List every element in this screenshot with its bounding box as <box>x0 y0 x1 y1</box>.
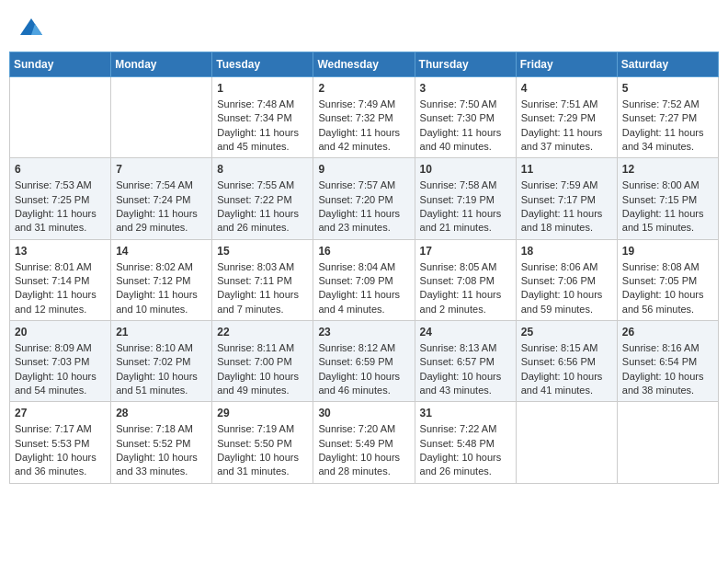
day-info: Daylight: 11 hours and 2 minutes. <box>420 289 502 314</box>
day-cell <box>111 77 212 158</box>
day-info: Sunset: 7:29 PM <box>521 112 596 123</box>
day-info: Sunrise: 7:49 AM <box>318 98 395 109</box>
day-info: Sunrise: 8:04 AM <box>318 261 395 272</box>
day-info: Sunrise: 7:48 AM <box>217 98 294 109</box>
day-info: Sunrise: 8:16 AM <box>622 342 700 353</box>
week-row-2: 6Sunrise: 7:53 AMSunset: 7:25 PMDaylight… <box>10 158 719 239</box>
day-info: Sunset: 6:59 PM <box>318 356 392 367</box>
day-info: Sunrise: 7:51 AM <box>521 98 598 109</box>
day-cell: 24Sunrise: 8:13 AMSunset: 6:57 PMDayligh… <box>415 321 516 402</box>
day-number: 13 <box>15 244 106 259</box>
day-info: Daylight: 10 hours and 31 minutes. <box>217 452 299 477</box>
day-number: 9 <box>318 162 409 178</box>
day-number: 10 <box>420 162 511 178</box>
day-cell: 26Sunrise: 8:16 AMSunset: 6:54 PMDayligh… <box>617 321 718 402</box>
day-cell: 30Sunrise: 7:20 AMSunset: 5:49 PMDayligh… <box>313 402 415 483</box>
day-info: Sunset: 6:57 PM <box>420 356 495 367</box>
day-info: Daylight: 10 hours and 51 minutes. <box>116 371 198 396</box>
day-info: Sunrise: 8:13 AM <box>420 342 497 353</box>
day-info: Sunrise: 8:02 AM <box>116 261 193 272</box>
day-info: Sunrise: 7:59 AM <box>521 179 598 190</box>
day-info: Daylight: 10 hours and 59 minutes. <box>521 289 603 314</box>
day-info: Sunrise: 7:22 AM <box>420 423 497 434</box>
day-cell: 15Sunrise: 8:03 AMSunset: 7:11 PMDayligh… <box>212 239 313 320</box>
page-header <box>9 9 719 46</box>
day-number: 27 <box>15 406 106 421</box>
day-info: Daylight: 10 hours and 33 minutes. <box>116 452 198 477</box>
day-cell: 4Sunrise: 7:51 AMSunset: 7:29 PMDaylight… <box>516 77 617 158</box>
day-info: Sunrise: 8:03 AM <box>217 261 294 272</box>
day-cell: 28Sunrise: 7:18 AMSunset: 5:52 PMDayligh… <box>111 402 212 483</box>
day-number: 25 <box>521 325 612 340</box>
day-cell: 17Sunrise: 8:05 AMSunset: 7:08 PMDayligh… <box>415 239 516 320</box>
day-info: Sunset: 7:27 PM <box>622 112 697 123</box>
header-row: SundayMondayTuesdayWednesdayThursdayFrid… <box>10 52 719 77</box>
day-info: Sunrise: 7:54 AM <box>116 179 193 190</box>
logo-icon <box>18 17 44 42</box>
day-info: Sunset: 7:15 PM <box>622 194 697 205</box>
day-info: Sunset: 7:14 PM <box>15 275 89 286</box>
day-cell: 13Sunrise: 8:01 AMSunset: 7:14 PMDayligh… <box>10 239 111 320</box>
day-info: Sunrise: 7:19 AM <box>217 423 294 434</box>
week-row-4: 20Sunrise: 8:09 AMSunset: 7:03 PMDayligh… <box>10 321 719 402</box>
day-info: Daylight: 11 hours and 21 minutes. <box>420 208 502 233</box>
day-cell: 5Sunrise: 7:52 AMSunset: 7:27 PMDaylight… <box>617 77 718 158</box>
day-info: Sunset: 7:00 PM <box>217 356 291 367</box>
day-info: Sunrise: 7:20 AM <box>318 423 395 434</box>
header-tuesday: Tuesday <box>212 52 313 77</box>
day-cell <box>617 402 718 483</box>
day-info: Sunrise: 7:17 AM <box>15 423 92 434</box>
day-cell <box>10 77 111 158</box>
day-cell <box>516 402 617 483</box>
day-info: Sunrise: 8:01 AM <box>15 261 92 272</box>
day-info: Daylight: 10 hours and 38 minutes. <box>622 371 704 396</box>
week-row-1: 1Sunrise: 7:48 AMSunset: 7:34 PMDaylight… <box>10 77 719 158</box>
calendar-body: 1Sunrise: 7:48 AMSunset: 7:34 PMDaylight… <box>10 77 719 484</box>
day-cell: 29Sunrise: 7:19 AMSunset: 5:50 PMDayligh… <box>212 402 313 483</box>
day-info: Sunrise: 8:05 AM <box>420 261 497 272</box>
day-info: Daylight: 11 hours and 23 minutes. <box>318 208 400 233</box>
day-cell: 21Sunrise: 8:10 AMSunset: 7:02 PMDayligh… <box>111 321 212 402</box>
day-info: Sunrise: 7:58 AM <box>420 179 497 190</box>
day-number: 21 <box>116 325 207 340</box>
day-info: Sunrise: 7:55 AM <box>217 179 294 190</box>
calendar-header: SundayMondayTuesdayWednesdayThursdayFrid… <box>10 52 719 77</box>
day-number: 18 <box>521 244 612 259</box>
day-number: 7 <box>116 162 207 178</box>
day-cell: 20Sunrise: 8:09 AMSunset: 7:03 PMDayligh… <box>10 321 111 402</box>
day-info: Daylight: 11 hours and 26 minutes. <box>217 208 299 233</box>
day-cell: 27Sunrise: 7:17 AMSunset: 5:53 PMDayligh… <box>10 402 111 483</box>
day-number: 19 <box>622 244 713 259</box>
day-number: 4 <box>521 81 612 97</box>
day-info: Daylight: 10 hours and 43 minutes. <box>420 371 502 396</box>
day-info: Daylight: 10 hours and 56 minutes. <box>622 289 704 314</box>
day-number: 23 <box>318 325 409 340</box>
day-info: Daylight: 10 hours and 28 minutes. <box>318 452 400 477</box>
day-cell: 8Sunrise: 7:55 AMSunset: 7:22 PMDaylight… <box>212 158 313 239</box>
day-cell: 11Sunrise: 7:59 AMSunset: 7:17 PMDayligh… <box>516 158 617 239</box>
day-info: Sunset: 7:30 PM <box>420 112 495 123</box>
day-info: Sunset: 7:34 PM <box>217 112 291 123</box>
day-number: 17 <box>420 244 511 259</box>
day-info: Daylight: 11 hours and 10 minutes. <box>116 289 198 314</box>
day-info: Daylight: 11 hours and 29 minutes. <box>116 208 198 233</box>
day-cell: 2Sunrise: 7:49 AMSunset: 7:32 PMDaylight… <box>313 77 415 158</box>
day-info: Sunrise: 8:10 AM <box>116 342 193 353</box>
day-info: Sunset: 7:24 PM <box>116 194 190 205</box>
day-info: Sunset: 7:22 PM <box>217 194 291 205</box>
day-cell: 23Sunrise: 8:12 AMSunset: 6:59 PMDayligh… <box>313 321 415 402</box>
day-info: Daylight: 10 hours and 54 minutes. <box>15 371 97 396</box>
day-number: 26 <box>622 325 713 340</box>
header-saturday: Saturday <box>617 52 718 77</box>
day-info: Daylight: 11 hours and 37 minutes. <box>521 127 603 152</box>
calendar-table: SundayMondayTuesdayWednesdayThursdayFrid… <box>9 52 719 484</box>
day-info: Sunset: 5:49 PM <box>318 438 392 449</box>
day-cell: 1Sunrise: 7:48 AMSunset: 7:34 PMDaylight… <box>212 77 313 158</box>
day-info: Sunset: 7:17 PM <box>521 194 596 205</box>
day-info: Sunrise: 7:52 AM <box>622 98 700 109</box>
day-info: Sunset: 7:03 PM <box>15 356 89 367</box>
day-info: Sunrise: 7:50 AM <box>420 98 497 109</box>
day-info: Sunrise: 8:06 AM <box>521 261 598 272</box>
day-info: Daylight: 10 hours and 46 minutes. <box>318 371 400 396</box>
day-number: 20 <box>15 325 106 340</box>
